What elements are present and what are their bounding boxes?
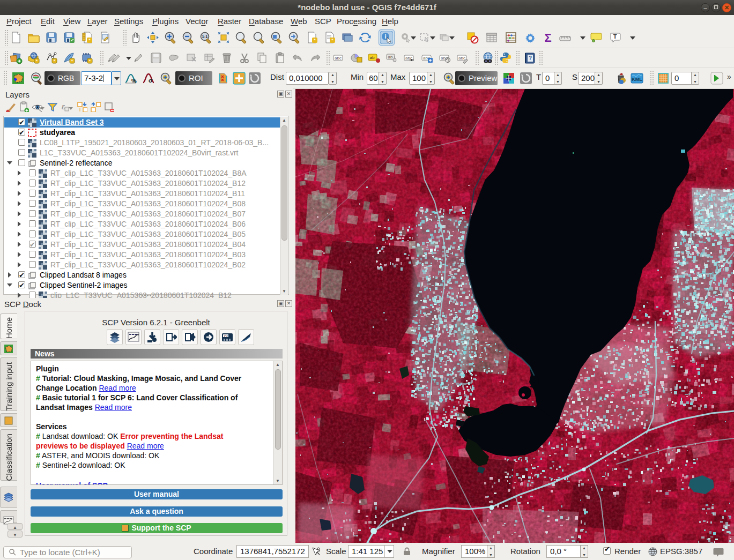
svg-text:T: T <box>613 33 617 40</box>
svg-text:Σ: Σ <box>544 31 551 44</box>
svg-text:*: * <box>331 38 333 43</box>
svg-text:1*2: 1*2 <box>224 334 228 338</box>
svg-text:*: * <box>88 38 91 43</box>
svg-text:?: ? <box>529 55 532 61</box>
svg-text:*: * <box>314 38 316 43</box>
svg-text:*: * <box>54 58 56 64</box>
svg-text:i: i <box>384 33 386 40</box>
svg-text:*: * <box>71 58 73 64</box>
svg-text:*: * <box>89 58 91 64</box>
svg-text:σ: σ <box>149 77 153 84</box>
svg-text:KML: KML <box>632 77 642 82</box>
svg-text:ab: ab <box>370 55 375 60</box>
svg-text:*: * <box>36 58 38 64</box>
svg-text:abc: abc <box>335 56 342 61</box>
svg-text:abc: abc <box>458 56 465 61</box>
svg-text:ab: ab <box>388 55 393 59</box>
svg-text:1:1: 1:1 <box>202 34 208 39</box>
